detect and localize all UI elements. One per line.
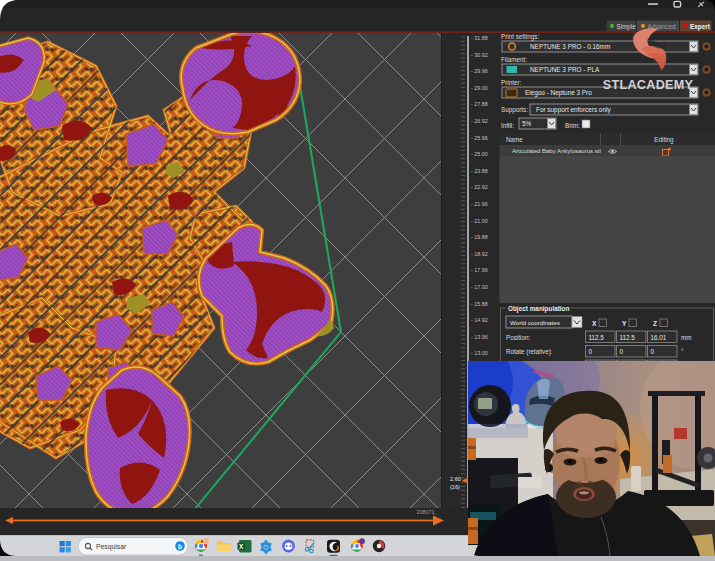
- svg-text:Pesquisar: Pesquisar: [96, 543, 127, 551]
- svg-text:NEPTUNE 3 PRO - 0.16mm: NEPTUNE 3 PRO - 0.16mm: [530, 43, 610, 50]
- svg-text:Position:: Position:: [506, 334, 530, 341]
- svg-text:- 21.96: - 21.96: [471, 201, 488, 207]
- svg-text:World coordinates: World coordinates: [510, 319, 560, 326]
- svg-text:mm: mm: [681, 334, 692, 341]
- svg-text:Y: Y: [622, 320, 627, 327]
- svg-text:- 30.92: - 30.92: [471, 52, 488, 58]
- svg-text:Printer:: Printer:: [501, 79, 522, 86]
- svg-text:(16): (16): [450, 484, 460, 490]
- svg-text:112.5: 112.5: [589, 334, 605, 341]
- svg-text:Z: Z: [653, 320, 657, 327]
- svg-text:0: 0: [651, 348, 655, 355]
- svg-text:- 15.88: - 15.88: [471, 301, 488, 307]
- svg-text:- 29.00: - 29.00: [471, 85, 488, 91]
- svg-text:- 17.96: - 17.96: [471, 267, 488, 273]
- svg-text:Print settings:: Print settings:: [501, 33, 539, 41]
- svg-text:- 25.00: - 25.00: [471, 151, 488, 157]
- svg-text:STLACADEMY: STLACADEMY: [603, 78, 694, 92]
- svg-text:112.5: 112.5: [620, 334, 636, 341]
- svg-text:208071,: 208071,: [417, 509, 437, 515]
- svg-text:- 25.96: - 25.96: [471, 135, 488, 141]
- svg-text:- 29.96: - 29.96: [471, 68, 488, 74]
- svg-text:Supports:: Supports:: [501, 106, 528, 114]
- svg-text:b: b: [178, 543, 182, 550]
- svg-text:Expert: Expert: [690, 23, 711, 31]
- svg-text:- 17.00: - 17.00: [471, 284, 488, 290]
- svg-text:For support enforcers only: For support enforcers only: [536, 106, 611, 114]
- svg-text:16.01: 16.01: [651, 334, 667, 341]
- svg-text:- 18.92: - 18.92: [471, 251, 488, 257]
- svg-text:- 22.92: - 22.92: [471, 184, 488, 190]
- svg-text:Infill:: Infill:: [501, 122, 514, 129]
- svg-text:Rotate (relative):: Rotate (relative):: [506, 348, 553, 356]
- svg-text:Brim:: Brim:: [565, 122, 580, 129]
- svg-text:- 14.92: - 14.92: [471, 317, 488, 323]
- svg-text:0: 0: [620, 348, 624, 355]
- svg-text:- 31.88: - 31.88: [471, 35, 488, 41]
- svg-text:Editing: Editing: [654, 136, 674, 144]
- svg-text:5%: 5%: [522, 120, 532, 127]
- svg-text:Object manipulation: Object manipulation: [508, 305, 570, 313]
- svg-text:X: X: [592, 320, 597, 327]
- svg-text:Elegoo - Neptune 3 Pro: Elegoo - Neptune 3 Pro: [525, 89, 592, 97]
- svg-text:0: 0: [589, 348, 593, 355]
- svg-text:X: X: [239, 543, 244, 550]
- svg-text:Articulated Baby Ankylosaurus.: Articulated Baby Ankylosaurus.stl: [512, 148, 601, 154]
- svg-text:Simple: Simple: [617, 23, 637, 31]
- svg-text:Name: Name: [506, 136, 523, 143]
- svg-text:- 19.88: - 19.88: [471, 234, 488, 240]
- svg-text:- 13.00: - 13.00: [471, 350, 488, 356]
- svg-text:Filament:: Filament:: [501, 56, 527, 63]
- svg-text:- 21.00: - 21.00: [471, 218, 488, 224]
- svg-text:- 27.88: - 27.88: [471, 101, 488, 107]
- svg-text:- 26.92: - 26.92: [471, 118, 488, 124]
- svg-text:- 23.88: - 23.88: [471, 168, 488, 174]
- svg-text:NEPTUNE 3 PRO - PLA: NEPTUNE 3 PRO - PLA: [530, 66, 600, 73]
- svg-text:- 13.96: - 13.96: [471, 334, 488, 340]
- svg-text:2.60: 2.60: [450, 476, 461, 482]
